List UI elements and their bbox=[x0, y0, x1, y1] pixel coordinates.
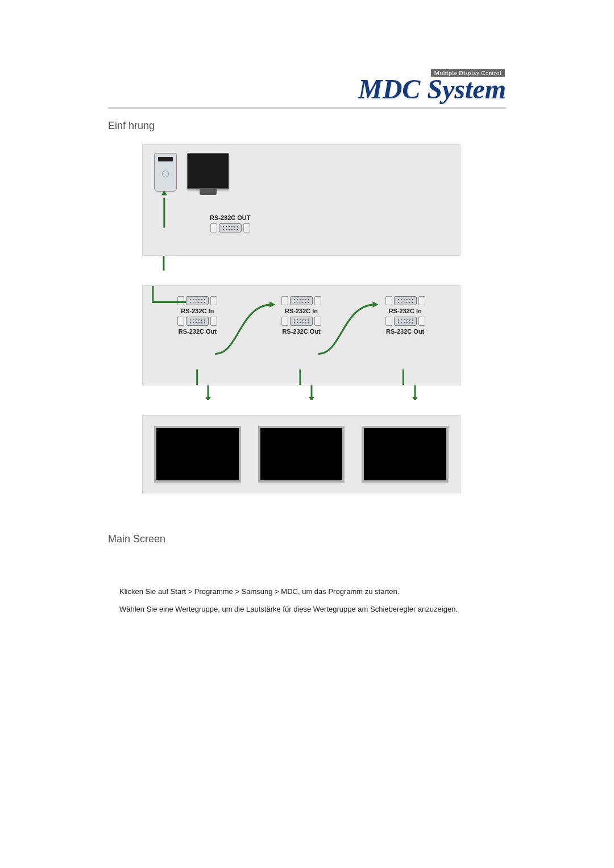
monitor-icon bbox=[187, 153, 229, 189]
diagram-panel-hub: RS-232C In RS-232C Out RS-232C In RS-232… bbox=[142, 285, 460, 385]
port-label-text: RS-232C OUT bbox=[210, 214, 251, 221]
document-page: Multiple Display Control MDC System Einf… bbox=[108, 0, 506, 616]
port-in-label: RS-232C In bbox=[154, 308, 241, 314]
svg-marker-6 bbox=[412, 397, 418, 400]
svg-marker-5 bbox=[309, 397, 314, 400]
logo-header: Multiple Display Control MDC System bbox=[108, 68, 506, 109]
serial-port-icon bbox=[177, 296, 217, 305]
connector-gap-icon bbox=[142, 256, 460, 271]
paragraph: Klicken Sie auf Start > Programme > Sams… bbox=[119, 585, 506, 599]
port-out-label: RS-232C Out bbox=[258, 328, 345, 335]
serial-port-icon bbox=[210, 223, 250, 232]
port-out-label: RS-232C Out bbox=[362, 328, 449, 335]
body-text: Klicken Sie auf Start > Programme > Sams… bbox=[119, 585, 506, 616]
diagram-panel-source: RS-232C OUT bbox=[142, 144, 460, 256]
serial-port-icon bbox=[281, 296, 321, 305]
connection-diagram: RS-232C OUT bbox=[142, 144, 460, 493]
serial-port-icon bbox=[177, 317, 217, 326]
port-in-label: RS-232C In bbox=[362, 308, 449, 314]
logo-brand: MDC System bbox=[358, 76, 506, 103]
source-port-label: RS-232C OUT bbox=[210, 214, 251, 232]
logo: Multiple Display Control MDC System bbox=[358, 68, 506, 103]
port-in-label: RS-232C In bbox=[258, 308, 345, 314]
connector-gap-icon bbox=[142, 385, 460, 400]
section-heading-intro: Einf hrung bbox=[108, 120, 506, 132]
section-heading-main: Main Screen bbox=[108, 533, 506, 545]
display-screen-icon bbox=[154, 426, 241, 483]
svg-marker-4 bbox=[205, 397, 211, 400]
hub-unit: RS-232C In RS-232C Out bbox=[154, 294, 241, 337]
serial-port-icon bbox=[385, 296, 425, 305]
port-out-label: RS-232C Out bbox=[154, 328, 241, 335]
hub-unit: RS-232C In RS-232C Out bbox=[258, 294, 345, 337]
serial-port-icon bbox=[281, 317, 321, 326]
display-screen-icon bbox=[258, 426, 345, 483]
hub-unit: RS-232C In RS-232C Out bbox=[362, 294, 449, 337]
display-screen-icon bbox=[362, 426, 449, 483]
serial-port-icon bbox=[385, 317, 425, 326]
diagram-panel-displays bbox=[142, 415, 460, 493]
paragraph: Wählen Sie eine Wertegruppe, um die Laut… bbox=[119, 603, 506, 617]
pc-tower-icon bbox=[154, 153, 177, 192]
